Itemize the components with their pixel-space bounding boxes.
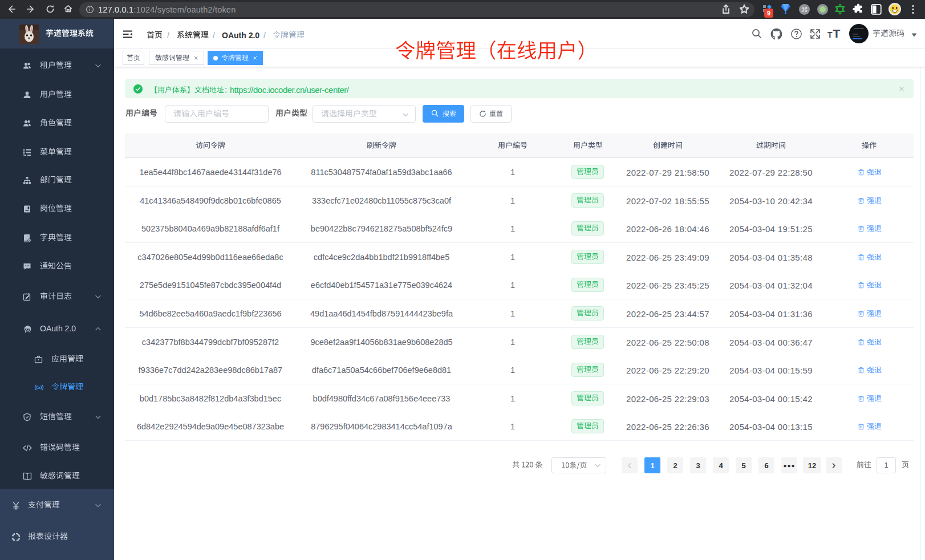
- svg-text:⌘: ⌘: [801, 6, 808, 14]
- svg-text:9: 9: [767, 10, 770, 17]
- svg-text:a: a: [38, 385, 40, 390]
